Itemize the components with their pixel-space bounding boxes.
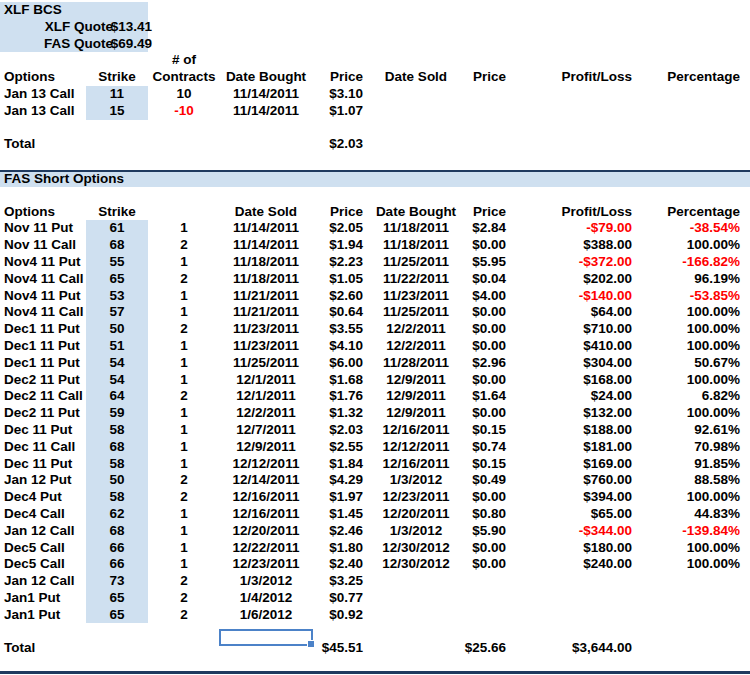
cell-percentage[interactable]: 6.82%	[634, 388, 740, 405]
cell-profit-loss[interactable]: $188.00	[520, 422, 632, 439]
cell-profit-loss[interactable]: $180.00	[520, 540, 632, 557]
cell-profit-loss[interactable]: $388.00	[520, 237, 632, 254]
cell-options[interactable]: Jan 12 Call	[4, 573, 88, 590]
cell-price-1[interactable]: $1.76	[313, 388, 363, 405]
cell-profit-loss[interactable]: -$140.00	[520, 288, 632, 305]
cell-strike[interactable]: 58	[86, 489, 148, 506]
cell-contracts[interactable]: 10	[152, 86, 216, 103]
cell-strike[interactable]: 58	[86, 422, 148, 439]
cell-price-2[interactable]: $0.00	[456, 489, 506, 506]
cell-strike[interactable]: 59	[86, 405, 148, 422]
cell-contracts[interactable]: 1	[152, 254, 216, 271]
cell-date-1[interactable]: 1/3/2012	[220, 573, 312, 590]
cell-date-2[interactable]: 11/28/2011	[370, 355, 462, 372]
cell-percentage[interactable]: 92.61%	[634, 422, 740, 439]
cell-date-1[interactable]: 11/14/2011	[220, 237, 312, 254]
cell-date-2[interactable]: 12/20/2011	[370, 506, 462, 523]
cell-date-2[interactable]: 12/12/2011	[370, 439, 462, 456]
cell-price-1[interactable]: $1.05	[313, 271, 363, 288]
cell-date-2[interactable]: Date Sold	[370, 69, 462, 86]
cell-date-1[interactable]: 12/1/2011	[220, 372, 312, 389]
cell-price-2[interactable]: Price	[456, 204, 506, 221]
table2-total-price-sold[interactable]: $45.51	[313, 640, 363, 657]
cell-strike[interactable]: 15	[86, 103, 148, 120]
cell-price-1[interactable]: $4.29	[313, 472, 363, 489]
cell-date-2[interactable]: 11/23/2011	[370, 288, 462, 305]
cell-profit-loss[interactable]: $202.00	[520, 271, 632, 288]
cell-date-2[interactable]: 11/18/2011	[370, 220, 462, 237]
cell-percentage[interactable]: 100.00%	[634, 338, 740, 355]
cell-date-2[interactable]: Date Bought	[370, 204, 462, 221]
cell-price-1[interactable]: $0.64	[313, 304, 363, 321]
cell-strike[interactable]: 68	[86, 439, 148, 456]
cell-options[interactable]: Dec2 11 Put	[4, 372, 88, 389]
cell-strike[interactable]: Strike	[86, 69, 148, 86]
cell-price-1[interactable]: $1.45	[313, 506, 363, 523]
table2-total-price-bought[interactable]: $25.66	[456, 640, 506, 657]
cell-price-1[interactable]: $1.68	[313, 372, 363, 389]
cell-contracts[interactable]: 1	[152, 304, 216, 321]
cell-price-1[interactable]: $3.55	[313, 321, 363, 338]
cell-date-2[interactable]: 11/22/2011	[370, 271, 462, 288]
cell-profit-loss[interactable]: $710.00	[520, 321, 632, 338]
cell-price-2[interactable]: $0.49	[456, 472, 506, 489]
cell-contracts[interactable]: 2	[152, 271, 216, 288]
cell-options[interactable]: Nov4 11 Put	[4, 288, 88, 305]
cell-price-2[interactable]: $4.00	[456, 288, 506, 305]
cell-strike[interactable]: 62	[86, 506, 148, 523]
cell-options[interactable]: Dec2 11 Call	[4, 388, 88, 405]
cell-date-1[interactable]: 11/14/2011	[220, 86, 312, 103]
cell-strike[interactable]: 57	[86, 304, 148, 321]
cell-price-1[interactable]: $1.80	[313, 540, 363, 557]
cell-strike[interactable]: 54	[86, 372, 148, 389]
cell-percentage[interactable]: -139.84%	[634, 523, 740, 540]
cell-contracts[interactable]: 1	[152, 355, 216, 372]
xlf-quote-value[interactable]: $13.41	[100, 19, 152, 36]
cell-strike[interactable]: 68	[86, 237, 148, 254]
cell-strike[interactable]: Strike	[86, 204, 148, 221]
cell-options[interactable]: Dec 11 Call	[4, 439, 88, 456]
cell-contracts[interactable]: 1	[152, 556, 216, 573]
cell-percentage[interactable]: 100.00%	[634, 540, 740, 557]
cell-options[interactable]: Nov4 11 Call	[4, 271, 88, 288]
cell-contracts[interactable]: 1	[152, 540, 216, 557]
cell-options[interactable]: Dec 11 Put	[4, 456, 88, 473]
cell-percentage[interactable]: -38.54%	[634, 220, 740, 237]
cell-options[interactable]: Options	[4, 204, 88, 221]
cell-percentage[interactable]: Percentage	[634, 69, 740, 86]
cell-date-1[interactable]: 12/23/2011	[220, 556, 312, 573]
cell-price-1[interactable]: $2.40	[313, 556, 363, 573]
cell-percentage[interactable]: -166.82%	[634, 254, 740, 271]
cell-strike[interactable]: 68	[86, 523, 148, 540]
cell-contracts[interactable]: 1	[152, 506, 216, 523]
cell-profit-loss[interactable]: $24.00	[520, 388, 632, 405]
cell-options[interactable]: Dec 11 Put	[4, 422, 88, 439]
cell-date-1[interactable]: 11/23/2011	[220, 321, 312, 338]
cell-strike[interactable]: 66	[86, 556, 148, 573]
cell-options[interactable]: Options	[4, 69, 88, 86]
cell-price-2[interactable]: $5.95	[456, 254, 506, 271]
cell-strike[interactable]: 55	[86, 254, 148, 271]
cell-date-1[interactable]: 12/22/2011	[220, 540, 312, 557]
cell-price-1[interactable]: $1.84	[313, 456, 363, 473]
cell-contracts[interactable]: 1	[152, 422, 216, 439]
cell-price-2[interactable]: $0.15	[456, 422, 506, 439]
cell-contracts[interactable]: 2	[152, 388, 216, 405]
cell-options[interactable]: Jan1 Put	[4, 607, 88, 624]
cell-strike[interactable]: 51	[86, 338, 148, 355]
cell-profit-loss[interactable]: $304.00	[520, 355, 632, 372]
cell-options[interactable]: Nov4 11 Put	[4, 254, 88, 271]
cell-strike[interactable]: 61	[86, 220, 148, 237]
cell-date-2[interactable]: 12/16/2011	[370, 456, 462, 473]
cell-date-2[interactable]: 12/9/2011	[370, 388, 462, 405]
cell-profit-loss[interactable]: $181.00	[520, 439, 632, 456]
cell-date-1[interactable]: 12/20/2011	[220, 523, 312, 540]
cell-price-2[interactable]: Price	[456, 69, 506, 86]
cell-price-2[interactable]: $0.00	[456, 338, 506, 355]
cell-date-1[interactable]: 12/16/2011	[220, 506, 312, 523]
cell-price-1[interactable]: $1.94	[313, 237, 363, 254]
cell-date-2[interactable]: 12/30/2012	[370, 540, 462, 557]
cell-options[interactable]: Dec1 11 Put	[4, 321, 88, 338]
cell-price-2[interactable]: $0.00	[456, 237, 506, 254]
cell-price-1[interactable]: Price	[313, 204, 363, 221]
